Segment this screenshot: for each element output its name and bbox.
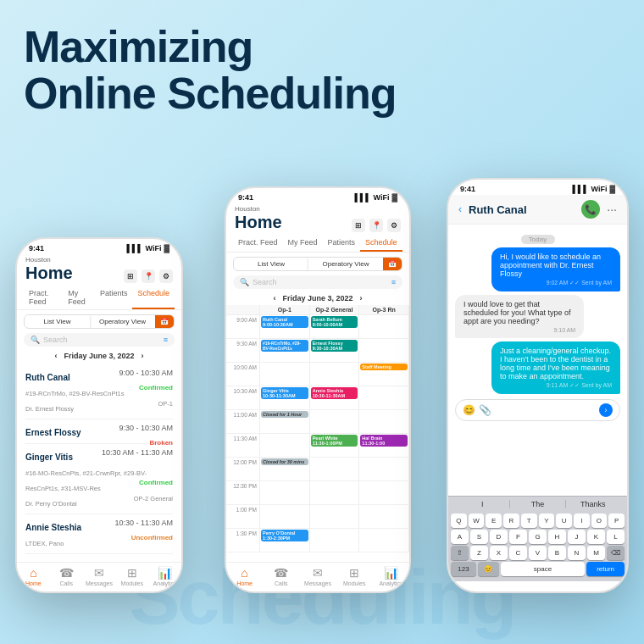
- key-backspace[interactable]: ⌫: [607, 546, 625, 560]
- cell-op3-10am[interactable]: Staff Meeting: [359, 363, 409, 386]
- cell-op1-11am[interactable]: Closed for 1 Hour: [260, 410, 310, 433]
- nav-analytics-left[interactable]: 📊Analytics: [148, 566, 181, 586]
- tab-schedule-left[interactable]: Schedule: [132, 286, 175, 309]
- operatory-view-btn-center[interactable]: Operatory View: [308, 258, 383, 270]
- appt-ernest-flossy[interactable]: Ernest Flossy 9:30 - 10:30 AM Broken: [25, 419, 173, 444]
- key-u[interactable]: U: [556, 514, 572, 528]
- message-input-bar[interactable]: 😊 📎 ›: [455, 399, 620, 421]
- event-staff-meeting[interactable]: Staff Meeting: [360, 364, 408, 370]
- cell-op1-1030[interactable]: Ginger Vitis10:30-11:30AM: [260, 386, 310, 409]
- tab-schedule-center[interactable]: Schedule: [360, 235, 402, 252]
- key-123[interactable]: 123: [451, 562, 476, 576]
- key-space[interactable]: space: [501, 562, 586, 576]
- appt-ruth-canal[interactable]: Ruth Canal 9:00 - 10:30 AM #19-RCnTrMo, …: [25, 364, 173, 419]
- appt-annie-steshia[interactable]: Annie Steshia 10:30 - 11:30 AM LTDEX, Pa…: [25, 514, 173, 554]
- key-c[interactable]: C: [509, 546, 527, 560]
- key-m[interactable]: M: [587, 546, 605, 560]
- location-pin-icon-center[interactable]: 📍: [369, 219, 383, 232]
- suggest-thanks[interactable]: Thanks: [566, 500, 620, 508]
- search-bar-left[interactable]: 🔍 Search ≡: [24, 333, 175, 347]
- gear-icon-center[interactable]: ⚙: [387, 219, 401, 232]
- prev-date-center[interactable]: ‹: [273, 294, 275, 303]
- key-x[interactable]: X: [490, 546, 508, 560]
- key-v[interactable]: V: [529, 546, 547, 560]
- cell-op2-1130[interactable]: Pearl White11:30-1:00PM: [310, 434, 360, 457]
- nav-modules-center[interactable]: ⊞Modules: [336, 566, 373, 586]
- event-ernest-flossy-cal[interactable]: Ernest Flossy9:30-10:30AM: [311, 340, 358, 352]
- nav-modules-left[interactable]: ⊞Modules: [115, 566, 148, 586]
- key-r[interactable]: R: [503, 514, 519, 528]
- key-h[interactable]: H: [548, 530, 566, 544]
- key-n[interactable]: N: [568, 546, 586, 560]
- list-view-btn-left[interactable]: List View: [25, 315, 90, 328]
- grid-icon-left[interactable]: ⊞: [124, 269, 137, 283]
- emoji-icon-input[interactable]: 😊: [463, 404, 475, 416]
- key-s[interactable]: S: [470, 530, 488, 544]
- appt-ginger-vitis[interactable]: Ginger Vitis 10:30 AM - 11:30 AM #16-MO-…: [25, 444, 173, 514]
- key-i[interactable]: I: [574, 514, 590, 528]
- nav-calls-center[interactable]: ☎Calls: [263, 566, 299, 586]
- cell-op2-9am[interactable]: Sarah Bellum9:00-10:00AM: [310, 315, 360, 338]
- gear-icon-left[interactable]: ⚙: [159, 269, 173, 283]
- key-emoji[interactable]: 😊: [478, 562, 499, 576]
- key-e[interactable]: E: [486, 514, 502, 528]
- nav-messages-center[interactable]: ✉Messages: [299, 566, 336, 586]
- calendar-icon-btn-center[interactable]: 📅: [383, 258, 402, 270]
- key-f[interactable]: F: [509, 530, 527, 544]
- key-w[interactable]: W: [469, 514, 485, 528]
- next-date-center[interactable]: ›: [360, 294, 363, 303]
- operatory-view-btn-left[interactable]: Operatory View: [90, 315, 155, 328]
- nav-messages-left[interactable]: ✉Messages: [83, 566, 116, 586]
- suggest-i[interactable]: I: [455, 500, 510, 508]
- search-bar-center[interactable]: 🔍 Search ≡: [233, 275, 402, 289]
- key-k[interactable]: K: [587, 530, 605, 544]
- key-return[interactable]: return: [586, 562, 625, 576]
- key-o[interactable]: O: [591, 514, 608, 528]
- message-text-input[interactable]: [495, 406, 599, 414]
- location-pin-icon-left[interactable]: 📍: [142, 269, 155, 283]
- cell-op1-9am[interactable]: Ruth Canal9:00-10:30AM: [260, 315, 310, 338]
- back-button-right[interactable]: ‹: [458, 203, 462, 215]
- key-z[interactable]: Z: [470, 546, 488, 560]
- cell-op1-130[interactable]: Perry O'Dontal1:30-2:30PM: [260, 529, 310, 552]
- next-date-left[interactable]: ›: [142, 352, 144, 360]
- tab-my-feed-left[interactable]: My Feed: [63, 286, 95, 309]
- event-perry-odontal[interactable]: Perry O'Dontal1:30-2:30PM: [261, 530, 308, 541]
- nav-analytics-center[interactable]: 📊Analytics: [373, 566, 409, 586]
- key-j[interactable]: J: [568, 530, 586, 544]
- more-options-icon-right[interactable]: ···: [607, 203, 617, 216]
- key-g[interactable]: G: [529, 530, 547, 544]
- tab-pract-feed-center[interactable]: Pract. Feed: [233, 235, 283, 252]
- event-ginger-vitis-cal[interactable]: Ginger Vitis10:30-11:30AM: [261, 387, 308, 399]
- event-ruth-canal[interactable]: Ruth Canal9:00-10:30AM: [261, 316, 308, 328]
- filter-icon-center[interactable]: ≡: [391, 278, 396, 286]
- nav-home-center[interactable]: ⌂Home: [226, 566, 263, 586]
- event-hal-brain[interactable]: Hal Brain11:30-1:00: [360, 435, 408, 447]
- cell-op3-1130[interactable]: Hal Brain11:30-1:00: [359, 434, 409, 457]
- cell-op1-930[interactable]: #19-RCnTrMo, #29-BV-ResCnPt1s: [260, 339, 310, 362]
- phone-call-icon-right[interactable]: 📞: [581, 200, 600, 219]
- key-q[interactable]: Q: [451, 514, 467, 528]
- send-icon-input[interactable]: ›: [599, 403, 613, 417]
- event-sarah-bellum[interactable]: Sarah Bellum9:00-10:00AM: [311, 316, 358, 328]
- prev-date-left[interactable]: ‹: [54, 352, 57, 360]
- tab-my-feed-center[interactable]: My Feed: [283, 235, 323, 252]
- filter-icon-left[interactable]: ≡: [164, 336, 168, 344]
- cell-op2-1030[interactable]: Annie Steshia10:30-11:30AM: [310, 386, 360, 409]
- calendar-icon-btn-left[interactable]: 📅: [155, 315, 174, 328]
- tab-pract-feed-left[interactable]: Pract. Feed: [24, 286, 63, 309]
- event-annie-steshia-cal[interactable]: Annie Steshia10:30-11:30AM: [311, 387, 358, 399]
- key-a[interactable]: A: [451, 530, 469, 544]
- key-t[interactable]: T: [521, 514, 537, 528]
- cell-op2-930[interactable]: Ernest Flossy9:30-10:30AM: [310, 339, 360, 362]
- key-y[interactable]: Y: [539, 514, 555, 528]
- key-d[interactable]: D: [490, 530, 508, 544]
- event-pearl-white[interactable]: Pearl White11:30-1:00PM: [311, 435, 358, 447]
- key-p[interactable]: P: [608, 514, 625, 528]
- nav-home-left[interactable]: ⌂Home: [17, 566, 50, 586]
- attachment-icon-input[interactable]: 📎: [479, 404, 491, 416]
- key-l[interactable]: L: [607, 530, 625, 544]
- tab-patients-center[interactable]: Patients: [323, 235, 361, 252]
- key-shift[interactable]: ⇧: [451, 546, 469, 560]
- nav-calls-left[interactable]: ☎Calls: [50, 566, 83, 586]
